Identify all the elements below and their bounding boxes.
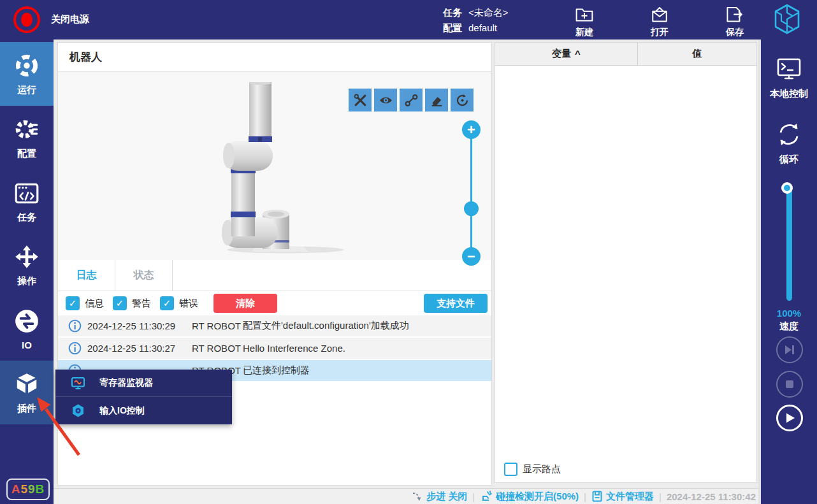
new-button[interactable]: 新建 bbox=[561, 1, 608, 38]
viewport-toolbar bbox=[349, 89, 474, 112]
filter-error-checkbox[interactable]: ✓ bbox=[160, 296, 174, 310]
menu-item-register-monitor[interactable]: 寄存器监视器 bbox=[55, 370, 232, 397]
sidebar-item-io[interactable]: IO bbox=[0, 297, 54, 361]
stop-icon bbox=[783, 377, 797, 391]
header-actions: 新建 打开 保存 bbox=[561, 1, 758, 38]
log-source: RT ROBOT bbox=[192, 343, 243, 354]
collision-status[interactable]: 碰撞检测开启(50%) bbox=[480, 490, 579, 503]
new-icon bbox=[574, 4, 595, 25]
step-mode-label: 步进 关闭 bbox=[426, 491, 467, 503]
filter-warn-checkbox[interactable]: ✓ bbox=[113, 296, 127, 310]
variables-panel: 变量 ^ 值 显示路点 bbox=[495, 42, 757, 483]
separator: | bbox=[584, 491, 586, 502]
filter-error-label: 错误 bbox=[179, 298, 198, 310]
local-control-icon bbox=[775, 55, 803, 83]
log-time: 2024-12-25 11:30:29 bbox=[82, 320, 192, 331]
collision-icon bbox=[480, 490, 493, 503]
info-icon bbox=[68, 319, 82, 333]
speed-readout: 100% 速度 bbox=[761, 307, 817, 333]
loop-button[interactable]: 循环 bbox=[761, 120, 817, 166]
log-message: 已连接到控制器 bbox=[243, 364, 491, 377]
sidebar-item-label: 配置 bbox=[17, 148, 36, 160]
log-tab-strip: 日志 状态 bbox=[58, 260, 491, 291]
save-button[interactable]: 保存 bbox=[711, 1, 758, 38]
new-label: 新建 bbox=[575, 27, 593, 38]
log-filter-row: ✓ 信息 ✓ 警告 ✓ 错误 清除 支持文件 bbox=[58, 291, 491, 315]
sidebar-item-config[interactable]: 配置 bbox=[0, 106, 54, 169]
eye-icon bbox=[379, 93, 393, 108]
show-waypoints-label: 显示路点 bbox=[523, 463, 561, 475]
left-sidebar: 运行 配置 任务 操作 bbox=[0, 40, 54, 504]
input-io-icon bbox=[71, 403, 85, 418]
log-row[interactable]: 2024-12-25 11:30:27 RT ROBOT Hello Inter… bbox=[58, 338, 491, 360]
support-files-button[interactable]: 支持文件 bbox=[424, 294, 488, 313]
clear-button[interactable]: 清除 bbox=[213, 294, 277, 313]
check-icon: ✓ bbox=[163, 298, 171, 309]
zoom-in-icon: + bbox=[467, 123, 475, 137]
variables-header: 变量 ^ 值 bbox=[495, 43, 756, 66]
zoom-in-button[interactable]: + bbox=[462, 120, 481, 139]
sidebar-item-label: 任务 bbox=[17, 212, 36, 224]
speed-slider-knob[interactable] bbox=[781, 182, 793, 194]
file-manager-icon bbox=[591, 491, 603, 502]
sidebar-item-label: 插件 bbox=[17, 403, 36, 415]
power-label: 关闭电源 bbox=[51, 13, 89, 25]
robot-3d-viewport[interactable]: + − bbox=[58, 72, 491, 260]
visibility-button[interactable] bbox=[374, 89, 397, 112]
config-icon bbox=[13, 116, 40, 143]
path-icon bbox=[404, 93, 419, 108]
save-icon bbox=[724, 4, 746, 25]
zoom-slider-knob[interactable] bbox=[464, 201, 479, 216]
play-button[interactable] bbox=[776, 405, 803, 431]
sidebar-item-run[interactable]: 运行 bbox=[0, 42, 54, 106]
tools-icon bbox=[353, 93, 368, 108]
sidebar-item-task[interactable]: 任务 bbox=[0, 169, 54, 233]
zoom-out-icon: − bbox=[467, 250, 475, 264]
operate-icon bbox=[13, 243, 40, 270]
zoom-out-button[interactable]: − bbox=[462, 247, 481, 266]
power-icon bbox=[13, 6, 41, 34]
collision-label: 碰撞检测开启(50%) bbox=[496, 491, 579, 503]
show-waypoints-checkbox[interactable] bbox=[504, 463, 517, 476]
local-control-button[interactable]: 本地控制 bbox=[761, 55, 817, 100]
menu-item-input-io-control[interactable]: 输入IO控制 bbox=[55, 397, 232, 424]
menu-item-label: 输入IO控制 bbox=[99, 405, 145, 417]
right-sidebar: 本地控制 循环 100% 速度 bbox=[758, 40, 817, 504]
plugin-icon bbox=[13, 371, 40, 398]
tools-button[interactable] bbox=[349, 89, 372, 112]
separator: | bbox=[472, 491, 475, 502]
column-value[interactable]: 值 bbox=[638, 43, 756, 65]
power-button[interactable] bbox=[13, 6, 41, 34]
viewport-zoom-control: + − bbox=[461, 120, 481, 267]
path-button[interactable] bbox=[400, 89, 423, 112]
step-icon bbox=[412, 491, 423, 502]
stop-button[interactable] bbox=[776, 371, 803, 398]
column-variable[interactable]: 变量 ^ bbox=[495, 43, 638, 65]
task-icon bbox=[13, 180, 40, 206]
open-icon bbox=[649, 4, 670, 25]
info-icon bbox=[68, 342, 82, 355]
show-waypoints-row: 显示路点 bbox=[504, 463, 561, 476]
sidebar-item-plugin[interactable]: 插件 bbox=[0, 361, 54, 424]
log-source: RT ROBOT bbox=[192, 320, 243, 331]
filter-info-checkbox[interactable]: ✓ bbox=[66, 296, 80, 310]
speed-slider[interactable] bbox=[786, 185, 792, 301]
separator: | bbox=[659, 491, 662, 502]
rotate-icon bbox=[455, 93, 470, 108]
log-message: 配置文件'default.configuration'加载成功 bbox=[243, 320, 491, 332]
log-time: 2024-12-25 11:30:27 bbox=[82, 343, 192, 354]
step-mode-status[interactable]: 步进 关闭 bbox=[412, 491, 467, 503]
tab-status[interactable]: 状态 bbox=[115, 260, 173, 291]
sidebar-item-operate[interactable]: 操作 bbox=[0, 233, 54, 297]
step-next-button[interactable] bbox=[776, 336, 803, 363]
log-row[interactable]: 2024-12-25 11:30:29 RT ROBOT 配置文件'defaul… bbox=[58, 315, 491, 338]
open-button[interactable]: 打开 bbox=[636, 1, 683, 38]
status-bar: 步进 关闭 | 碰撞检测开启(50%) | 文件管理器 | 2024-12-25… bbox=[54, 488, 758, 504]
task-config-block: 任务 <未命名> 配置 default bbox=[443, 5, 509, 36]
filter-warn-label: 警告 bbox=[132, 298, 151, 310]
tab-log[interactable]: 日志 bbox=[58, 260, 115, 291]
zoom-track bbox=[470, 129, 472, 263]
rotate-view-button[interactable] bbox=[451, 89, 474, 112]
eraser-button[interactable] bbox=[425, 89, 448, 112]
file-manager-button[interactable]: 文件管理器 bbox=[591, 491, 654, 503]
